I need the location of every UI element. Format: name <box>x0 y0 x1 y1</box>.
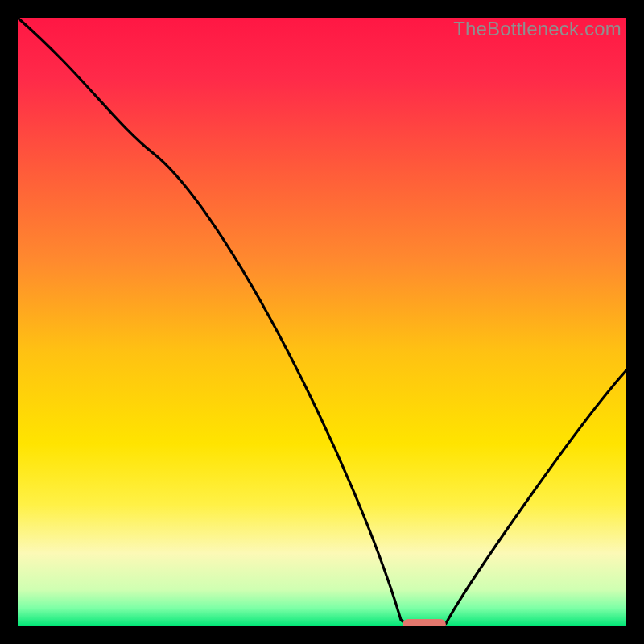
gradient-background <box>18 18 626 626</box>
plot-area: TheBottleneck.com <box>18 18 626 626</box>
svg-rect-0 <box>18 18 626 626</box>
chart-frame: TheBottleneck.com <box>0 0 644 644</box>
